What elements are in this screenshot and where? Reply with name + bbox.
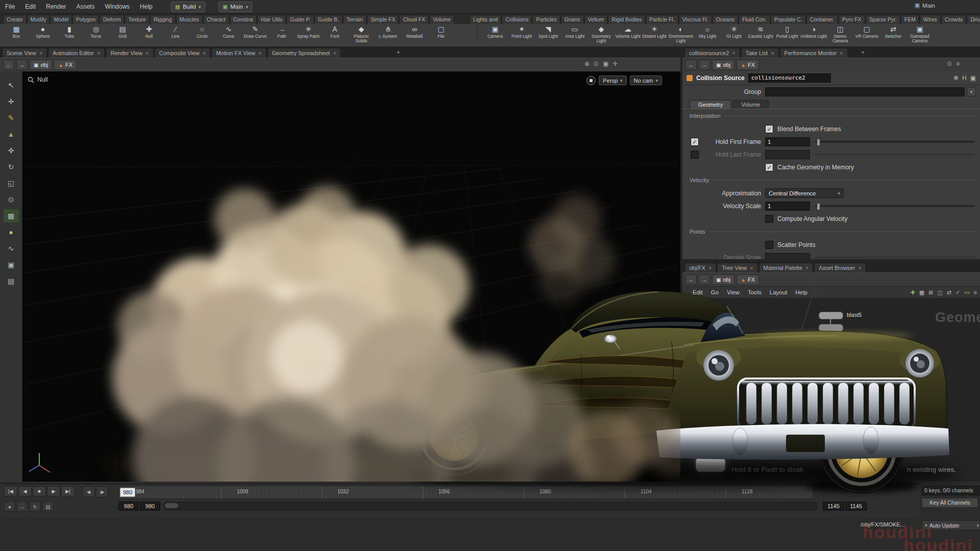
shelf-tab[interactable]: Hair Utils (257, 15, 286, 24)
pane-tab[interactable]: Render View × (106, 48, 153, 58)
node-name-field[interactable]: collisionsource2 (748, 73, 831, 83)
stop-icon[interactable]: ■ (33, 486, 46, 496)
color-palette-icon[interactable]: ▭ (964, 289, 969, 296)
scene-selector[interactable]: ▣ Main ▾ (218, 2, 252, 12)
close-icon[interactable]: × (805, 265, 808, 271)
close-icon[interactable]: × (708, 265, 712, 271)
follow-playhead-icon[interactable]: ● (4, 502, 15, 512)
close-icon[interactable]: × (840, 50, 843, 56)
shelf-tool[interactable]: ▯ Portal Light (774, 24, 800, 44)
new-tab-button[interactable]: + (393, 47, 404, 58)
menu-item[interactable]: Help (135, 0, 158, 13)
shelf-tab[interactable]: Populate C. (771, 15, 806, 24)
global-start-field[interactable]: 980 (118, 502, 139, 511)
pin-panel-icon[interactable]: ▣ (970, 74, 976, 82)
menu-item[interactable]: Windows (100, 0, 135, 13)
pane-tab[interactable]: collisionsource2 × (684, 48, 740, 58)
shelf-tool[interactable]: ▣ Gamepad Camera (906, 24, 933, 44)
grid-snap-icon[interactable]: ▦ (4, 209, 19, 222)
next-keyframe-icon[interactable]: |▶ (96, 486, 108, 497)
pane-tab[interactable]: Performance Monitor × (780, 48, 848, 58)
range-icon[interactable]: ↔ (17, 502, 28, 512)
shelf-tab[interactable]: Particle Fl. (646, 15, 678, 24)
active-state-icon[interactable]: ● (4, 226, 19, 239)
prev-keyframe-icon[interactable]: ◀| (83, 486, 95, 497)
dopesheet-icon[interactable]: ▤ (42, 502, 54, 512)
close-icon[interactable]: × (203, 50, 206, 56)
shelf-tool[interactable]: ◫ Stereo Camera (827, 24, 853, 44)
timeline-ruler[interactable]: 980 984100810321056108011041128 (118, 486, 814, 499)
pane-tab[interactable]: Asset Browser × (814, 263, 866, 272)
split-pane-icon[interactable]: ◫ (937, 289, 942, 296)
layout-nodes-icon[interactable]: ▦ (919, 289, 924, 296)
shelf-tool[interactable]: ⇄ Switcher (880, 24, 906, 44)
rig-icon[interactable]: ✛ (612, 60, 618, 67)
shelf-tool[interactable]: ✚ Null (136, 24, 162, 44)
menu-item[interactable]: Render (41, 0, 71, 13)
cache-geometry-checkbox[interactable]: ✓ (765, 163, 773, 171)
shelf-tool[interactable]: ▮ Tube (56, 24, 83, 44)
desktop-selector[interactable]: ▦ Build ▾ (171, 2, 205, 12)
shelf-tab[interactable]: Rigid Bodies (608, 15, 645, 24)
shelf-tool[interactable]: ◆ Platonic Solids (348, 24, 375, 44)
group-field[interactable] (765, 87, 965, 96)
tab-volume[interactable]: Volume (732, 100, 769, 109)
forward-button[interactable]: → (16, 60, 28, 70)
flag-icon[interactable]: ✓ (955, 289, 960, 296)
flipbook-icon[interactable]: ▤ (4, 274, 19, 288)
menu-item[interactable]: Go (707, 286, 723, 299)
shelf-tool[interactable]: ◐ Environment Light (668, 24, 694, 44)
group-select-button[interactable]: ▾ (967, 87, 976, 96)
shelf-tab[interactable]: Lights and (470, 15, 501, 24)
shelf-tool[interactable]: ○ Circle (189, 24, 215, 44)
pin-icon[interactable]: ⊙ (594, 60, 599, 67)
shelf-tab[interactable]: Collisions (502, 15, 532, 24)
close-icon[interactable]: × (771, 50, 774, 56)
back-button[interactable]: ← (3, 60, 14, 70)
hold-last-frame-enable-checkbox[interactable] (691, 151, 699, 159)
shelf-tab[interactable]: Polygon (72, 15, 99, 24)
shelf-tool[interactable]: ▭ Area Light (561, 24, 588, 44)
shelf-tool[interactable]: ✎ Draw Curve (242, 24, 268, 44)
node-blast5[interactable] (819, 312, 843, 319)
shelf-tab[interactable]: Rigging (150, 15, 176, 24)
forward-button[interactable]: → (699, 60, 710, 70)
gear-icon[interactable]: ✻ (953, 74, 959, 82)
menu-item[interactable]: Tools (744, 286, 766, 299)
shelf-tab[interactable]: Modify (27, 15, 50, 24)
density-scale-field[interactable] (765, 253, 810, 260)
loop-icon[interactable]: ↻ (30, 502, 41, 512)
close-icon[interactable]: × (145, 50, 149, 56)
snap-grid-icon[interactable]: ⊞ (928, 289, 933, 296)
shelf-tool[interactable]: ☀ Distant Light (641, 24, 668, 44)
help-icon[interactable]: H (962, 74, 967, 82)
shelf-tab[interactable]: Oceans (713, 15, 738, 24)
breadcrumb-fx[interactable]: ▲ FX (737, 274, 759, 285)
select-icon[interactable]: ↖ (4, 79, 19, 92)
shelf-tool[interactable]: A Font (322, 24, 348, 44)
shelf-tab[interactable]: Grains (561, 15, 584, 24)
projection-selector[interactable]: Persp ▾ (599, 76, 626, 85)
close-icon[interactable]: × (858, 265, 861, 271)
shelf-tool[interactable]: ▤ Grid (109, 24, 136, 44)
shelf-tool[interactable]: ● Sphere (30, 24, 56, 44)
menu-item[interactable]: Help (791, 286, 812, 299)
shelf-tool[interactable]: ∕ Line (162, 24, 189, 44)
scatter-points-checkbox[interactable] (765, 241, 773, 249)
shelf-tab[interactable]: Sparse Pyr. (866, 15, 900, 24)
pane-tab[interactable]: Composite View × (155, 48, 211, 58)
shelf-tool[interactable]: ▢ VR Camera (853, 24, 880, 44)
scene-viewport[interactable]: Null Persp ▾ No cam ▾ (22, 71, 680, 482)
shelf-tab[interactable]: Muscles (176, 15, 203, 24)
breadcrumb-fx[interactable]: ▲ FX (737, 60, 759, 70)
hold-first-frame-enable-checkbox[interactable]: ✓ (691, 138, 699, 146)
shelf-tool[interactable]: ◑ Ambient Light (800, 24, 827, 44)
new-tab-button[interactable]: + (857, 47, 868, 58)
node-highlighted[interactable] (696, 458, 725, 472)
shelf-tool[interactable]: ☁ Volume Light (615, 24, 641, 44)
menu-item[interactable]: Edit (689, 286, 707, 299)
shelf-tool[interactable]: → Path (268, 24, 295, 44)
velocity-scale-slider[interactable] (815, 205, 975, 207)
density-scale-slider[interactable] (815, 257, 975, 259)
shelf-tab[interactable]: Drive Sim (967, 15, 980, 24)
